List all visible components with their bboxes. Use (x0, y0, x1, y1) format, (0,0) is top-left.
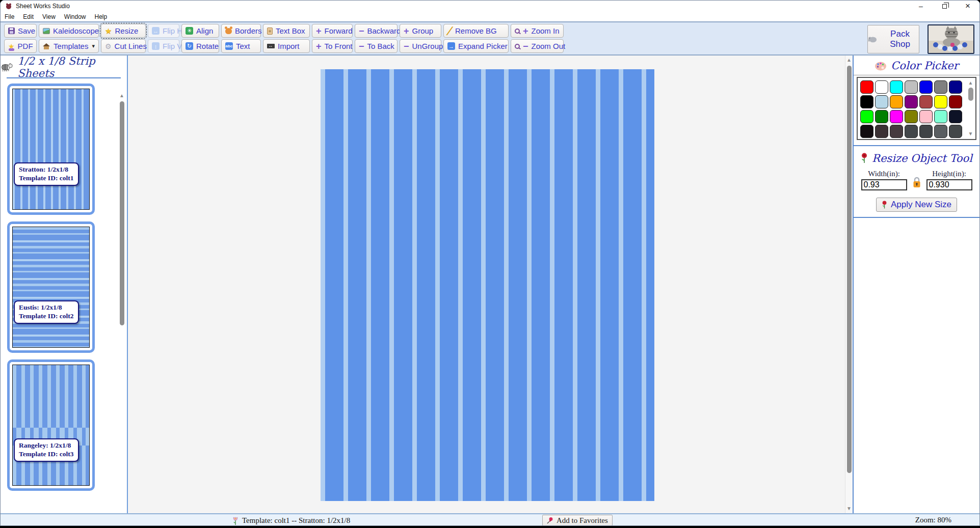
eustis-pattern-preview (12, 227, 90, 348)
width-label: Width(in): (868, 170, 900, 178)
color-swatch[interactable] (949, 95, 962, 108)
to-front-button[interactable]: + To Front (312, 39, 353, 53)
menu-file[interactable]: File (5, 13, 14, 20)
color-swatch[interactable] (875, 110, 888, 123)
cat-beads-photo[interactable] (928, 24, 974, 54)
add-to-favorites-button[interactable]: Add to Favorites (542, 515, 613, 526)
pushpin-icon (547, 517, 553, 524)
color-swatch[interactable] (905, 110, 918, 123)
scroll-down-icon[interactable]: ▼ (845, 505, 853, 512)
apply-new-size-button[interactable]: Apply New Size (876, 198, 957, 212)
zoom-out-button[interactable]: − Zoom Out (511, 39, 564, 53)
backward-button[interactable]: − Backward (355, 24, 398, 38)
color-swatch[interactable] (875, 125, 888, 138)
text-box-button[interactable]: ≡ Text Box (263, 24, 310, 38)
template-thumbnail-rangeley[interactable]: Rangeley: 1/2x1/8 Template ID: colt3 (7, 359, 95, 491)
color-swatch[interactable] (934, 125, 947, 138)
to-back-button[interactable]: − To Back (355, 39, 398, 53)
color-swatch[interactable] (905, 125, 918, 138)
color-swatch[interactable] (860, 95, 873, 108)
cut-lines-button[interactable]: ⚙ Cut Lines (101, 39, 146, 53)
rose-icon (882, 201, 887, 209)
star-icon: ★ (105, 26, 112, 36)
menu-window[interactable]: Window (64, 13, 86, 20)
color-swatch[interactable] (919, 80, 933, 94)
eustis-label: Eustis: 1/2x1/8 Template ID: colt2 (14, 300, 79, 324)
magnifier-icon (515, 29, 520, 34)
text-button[interactable]: abc Text (221, 39, 261, 53)
ungroup-button[interactable]: − UnGroup (400, 39, 441, 53)
height-input[interactable] (926, 179, 972, 190)
close-icon: × (965, 1, 970, 11)
color-swatch[interactable] (860, 125, 873, 138)
scroll-up-icon[interactable]: ▲ (967, 79, 974, 87)
color-swatch[interactable] (905, 80, 918, 94)
plus-icon: + (404, 26, 409, 36)
color-swatch[interactable] (905, 95, 918, 108)
swatch-scrollbar[interactable]: ▲ ▼ (967, 79, 974, 137)
width-input[interactable] (861, 179, 907, 190)
color-picker-divider (854, 75, 979, 75)
template-thumbnail-eustis[interactable]: Eustis: 1/2x1/8 Template ID: colt2 (7, 221, 95, 353)
template-sidebar: 1/2 x 1/8 Strip Sheets Stratton: 1/2x1/8… (1, 55, 128, 513)
sidebar-scrollbar[interactable]: ▲ (118, 92, 125, 510)
remove-bg-button[interactable]: ╱ Remove BG (443, 24, 509, 38)
pdf-button[interactable]: ★ PDF (4, 39, 37, 53)
color-swatch[interactable] (875, 95, 888, 108)
magnifier-icon (515, 44, 520, 49)
scroll-up-icon[interactable]: ▲ (845, 57, 853, 64)
pack-shop-button[interactable]: Pack Shop (867, 25, 919, 53)
forward-button[interactable]: + Forward (312, 24, 353, 38)
palette-icon (875, 61, 887, 71)
color-swatch-panel: ▲ ▼ (857, 77, 976, 140)
color-swatch[interactable] (934, 95, 947, 108)
restore-button[interactable] (933, 1, 956, 12)
minimize-button[interactable]: – (909, 1, 933, 12)
color-swatch[interactable] (860, 80, 873, 94)
canvas-scrollbar-thumb[interactable] (847, 66, 852, 473)
rotate-button[interactable]: ↻ Rotate (181, 39, 219, 53)
resize-object-tool: Resize Object Tool Width(in): (854, 145, 979, 218)
sidebar-scrollbar-thumb[interactable] (120, 101, 124, 325)
color-swatch[interactable] (919, 125, 933, 138)
template-thumbnail-stratton[interactable]: Stratton: 1/2x1/8 Template ID: colt1 (7, 84, 95, 215)
swatch-scrollbar-thumb[interactable] (968, 88, 973, 101)
status-bar: Template: colt1 -- Stratton: 1/2x1/8 Add… (1, 513, 979, 526)
color-swatch[interactable] (919, 110, 933, 123)
kaleidoscope-dropdown[interactable]: Kaleidoscope ▾ (39, 24, 99, 38)
color-swatch[interactable] (919, 95, 933, 108)
color-swatch[interactable] (949, 125, 962, 138)
menu-view[interactable]: View (42, 13, 56, 20)
flip-h-button: ↔ Flip H (148, 24, 179, 38)
templates-dropdown[interactable]: Templates ▾ (39, 39, 99, 53)
aspect-lock[interactable] (912, 177, 921, 190)
scroll-down-icon[interactable]: ▼ (967, 130, 974, 137)
save-button[interactable]: Save (4, 24, 37, 38)
color-swatch[interactable] (949, 110, 962, 123)
menu-edit[interactable]: Edit (23, 13, 34, 20)
close-button[interactable]: × (956, 1, 979, 12)
color-swatch[interactable] (934, 80, 947, 94)
canvas-scrollbar[interactable]: ▲ ▼ (845, 55, 853, 513)
color-swatch[interactable] (934, 110, 947, 123)
borders-button[interactable]: Borders (221, 24, 261, 38)
import-button[interactable]: ▪▪ Import (263, 39, 310, 53)
scroll-up-icon[interactable]: ▲ (118, 92, 125, 99)
pdf-star-icon: ★ (8, 42, 15, 50)
group-button[interactable]: + Group (400, 24, 441, 38)
resize-button[interactable]: ★ Resize (101, 24, 146, 38)
color-swatch[interactable] (890, 80, 903, 94)
striped-sheet-object[interactable] (321, 69, 654, 501)
color-swatch[interactable] (890, 110, 903, 123)
color-swatch[interactable] (860, 110, 873, 123)
color-swatch[interactable] (890, 95, 903, 108)
color-swatch[interactable] (890, 125, 903, 138)
menu-help[interactable]: Help (95, 13, 108, 20)
resize-tool-title: Resize Object Tool (872, 152, 972, 164)
color-swatch[interactable] (875, 80, 888, 94)
zoom-in-button[interactable]: + Zoom In (511, 24, 564, 38)
design-canvas[interactable]: ▲ ▼ (128, 55, 853, 513)
align-button[interactable]: ✳ Align (181, 24, 219, 38)
color-swatch[interactable] (949, 80, 962, 94)
expand-picker-button[interactable]: → Expand Picker (443, 39, 509, 53)
